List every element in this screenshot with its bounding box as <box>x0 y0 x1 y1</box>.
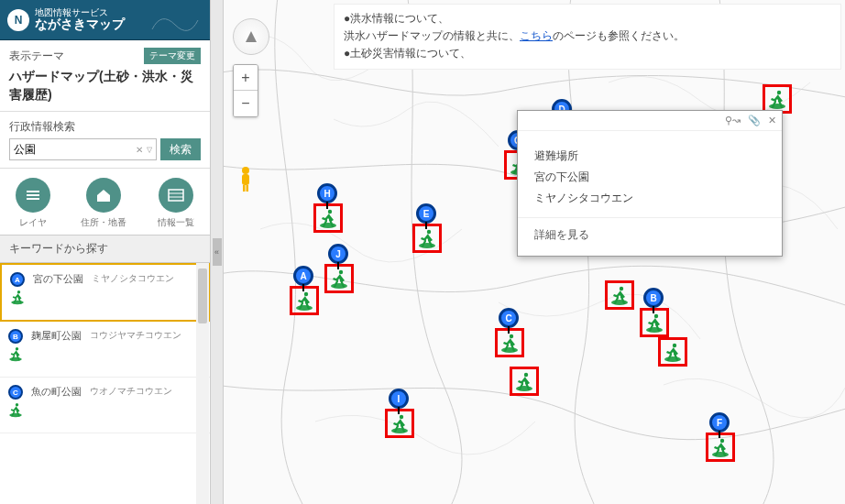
marker-pin-icon: E <box>416 203 436 224</box>
svg-rect-1 <box>27 194 39 196</box>
nav-layer-label: レイヤ <box>19 217 47 227</box>
theme-section: 表示テーマ テーマ変更 ハザードマップ(土砂・洪水・災害履歴) <box>0 40 210 112</box>
search-value: 公園 <box>14 142 36 158</box>
result-pin-icon: C <box>7 385 26 425</box>
brand-text: 地図情報サービス ながさきマップ <box>35 7 125 31</box>
result-item[interactable]: A 宮の下公園 ミヤノシタコウエン <box>0 263 210 322</box>
brand-main: ながさきマップ <box>35 17 125 31</box>
map-marker[interactable]: J <box>319 244 359 295</box>
scrollbar-thumb[interactable] <box>198 268 207 323</box>
info-link[interactable]: こちら <box>520 29 553 42</box>
marker-pin-icon: B <box>643 288 664 308</box>
svg-rect-3 <box>169 190 183 201</box>
map-marker[interactable]: E <box>407 203 447 255</box>
map-canvas[interactable]: + − ●洪水情報について、 洪水ハザードマップの情報と共に、こちらのページも参… <box>224 0 845 504</box>
map-marker[interactable] <box>599 260 640 312</box>
result-name: 魚の町公園 <box>31 385 84 425</box>
compass-control[interactable] <box>233 18 269 55</box>
search-dropdown-icon[interactable]: ▽ <box>147 146 152 154</box>
results-scrollbar[interactable] <box>196 263 209 504</box>
shelter-person-icon <box>293 290 315 312</box>
nav-row: レイヤ 住所・地番 情報一覧 <box>0 169 210 235</box>
svg-rect-16 <box>247 185 249 192</box>
search-results: A 宮の下公園 ミヤノシタコウエン B 麹屋町公園 コウジヤマチコウエン C 魚… <box>0 263 210 504</box>
map-marker[interactable]: I <box>379 389 420 440</box>
search-button[interactable]: 検索 <box>160 138 201 160</box>
info-line2-pre: 洪水ハザードマップの情報と共に、 <box>344 29 520 42</box>
marker-pin-icon: F <box>709 412 730 433</box>
nav-address-label: 住所・地番 <box>81 217 126 227</box>
pegman-icon[interactable] <box>236 165 255 192</box>
map-marker[interactable]: A <box>284 266 324 317</box>
marker-pin-icon: A <box>293 266 313 286</box>
brand-header: N 地図情報サービス ながさきマップ <box>0 0 210 40</box>
marker-pin-icon: I <box>389 389 409 409</box>
shelter-person-icon <box>513 370 535 392</box>
svg-rect-15 <box>243 185 246 192</box>
popup-reading: ミヤノシタコウエン <box>534 188 765 209</box>
svg-text:C: C <box>13 389 18 397</box>
theme-title: ハザードマップ(土砂・洪水・災害履歴) <box>9 68 201 104</box>
zoom-control: + − <box>233 64 258 117</box>
map-marker[interactable]: F <box>700 412 741 464</box>
svg-rect-14 <box>242 174 249 185</box>
nav-address[interactable]: 住所・地番 <box>81 178 126 229</box>
shelter-person-icon <box>609 284 631 306</box>
info-line3: ●土砂災害情報について、 <box>344 47 471 60</box>
popup-category: 避難場所 <box>534 146 765 167</box>
theme-change-button[interactable]: テーマ変更 <box>144 48 201 64</box>
zoom-in-button[interactable]: + <box>234 65 258 91</box>
result-name: 宮の下公園 <box>33 272 86 312</box>
search-input[interactable]: 公園 ✕ ▽ <box>9 138 157 160</box>
clear-search-icon[interactable]: ✕ <box>136 145 143 155</box>
nav-list[interactable]: 情報一覧 <box>158 178 194 229</box>
map-marker[interactable] <box>757 64 797 115</box>
shelter-person-icon <box>416 227 438 249</box>
svg-text:B: B <box>13 333 18 341</box>
result-reading: ウオノマチコウエン <box>90 385 172 425</box>
result-reading: ミヤノシタコウエン <box>92 272 174 312</box>
marker-pin-icon: J <box>328 244 348 264</box>
svg-rect-0 <box>27 191 39 192</box>
admin-search-section: 行政情報検索 公園 ✕ ▽ 検索 <box>0 112 210 169</box>
marker-pin-icon: C <box>499 308 519 328</box>
result-name: 麹屋町公園 <box>31 329 84 369</box>
result-reading: コウジヤマチコウエン <box>90 329 181 369</box>
svg-text:A: A <box>15 276 20 284</box>
brand-decoration-icon <box>148 6 203 34</box>
brand-logo-icon: N <box>7 9 29 31</box>
info-banner: ●洪水情報について、 洪水ハザードマップの情報と共に、こちらのページも参照くださ… <box>334 4 841 70</box>
zoom-out-button[interactable]: − <box>234 91 258 116</box>
shelter-person-icon <box>389 412 411 434</box>
map-marker[interactable] <box>504 346 544 398</box>
sidebar-collapse-tab[interactable]: « <box>211 0 224 504</box>
shelter-person-icon <box>662 341 684 363</box>
chevron-left-icon: « <box>213 238 222 266</box>
map-marker[interactable]: H <box>308 183 348 235</box>
result-pin-icon: A <box>9 272 27 312</box>
shelter-person-icon <box>328 268 350 290</box>
theme-section-label: 表示テーマ <box>9 49 64 64</box>
info-line1: ●洪水情報について、 <box>344 12 449 25</box>
shelter-person-icon <box>317 207 339 229</box>
result-item[interactable]: C 魚の町公園 ウオノマチコウエン <box>0 378 210 433</box>
marker-popup: ⚲↝ 📎 ✕ 避難場所 宮の下公園 ミヤノシタコウエン 詳細を見る <box>517 110 783 257</box>
popup-pin-icon[interactable]: ⚲↝ <box>725 115 741 126</box>
nav-layer[interactable]: レイヤ <box>16 178 50 229</box>
map-marker[interactable] <box>653 317 693 368</box>
svg-rect-2 <box>27 198 39 200</box>
shelter-person-icon <box>766 88 788 110</box>
house-icon <box>86 178 121 213</box>
keyword-search-header: キーワードから探す <box>0 235 210 263</box>
popup-close-icon[interactable]: ✕ <box>768 115 776 126</box>
result-item[interactable]: B 麹屋町公園 コウジヤマチコウエン <box>0 322 210 378</box>
popup-name: 宮の下公園 <box>534 167 765 188</box>
sidebar: N 地図情報サービス ながさきマップ 表示テーマ テーマ変更 ハザードマップ(土… <box>0 0 211 504</box>
list-icon <box>159 178 193 213</box>
popup-detail-link[interactable]: 詳細を見る <box>518 217 782 256</box>
svg-point-13 <box>242 167 249 174</box>
layer-icon <box>16 178 50 213</box>
nav-list-label: 情報一覧 <box>158 217 194 227</box>
admin-search-label: 行政情報検索 <box>9 119 75 135</box>
popup-attach-icon[interactable]: 📎 <box>748 115 761 126</box>
